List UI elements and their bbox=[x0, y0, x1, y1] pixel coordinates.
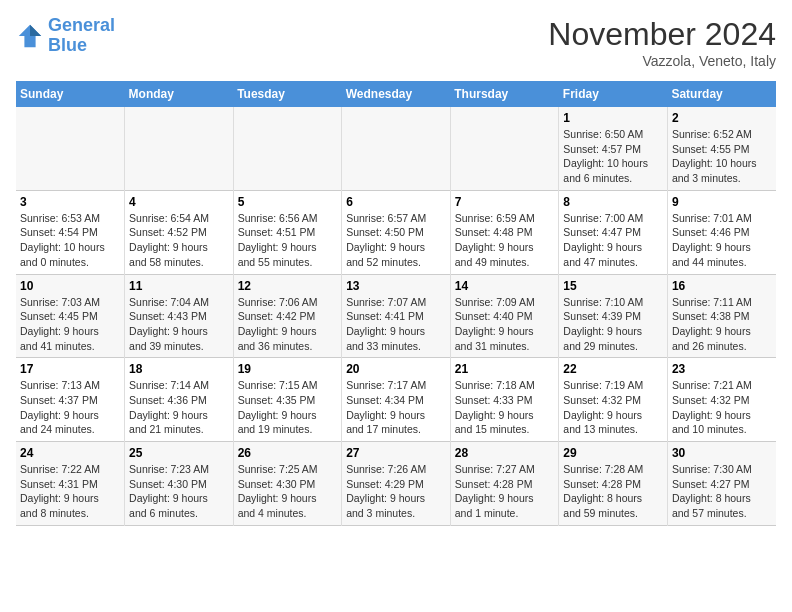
day-info: Sunrise: 7:15 AM Sunset: 4:35 PM Dayligh… bbox=[238, 378, 338, 437]
day-info: Sunrise: 7:22 AM Sunset: 4:31 PM Dayligh… bbox=[20, 462, 120, 521]
calendar-cell: 15Sunrise: 7:10 AM Sunset: 4:39 PM Dayli… bbox=[559, 274, 668, 358]
day-number: 20 bbox=[346, 362, 446, 376]
day-info: Sunrise: 7:04 AM Sunset: 4:43 PM Dayligh… bbox=[129, 295, 229, 354]
calendar-cell: 27Sunrise: 7:26 AM Sunset: 4:29 PM Dayli… bbox=[342, 442, 451, 526]
day-number: 25 bbox=[129, 446, 229, 460]
weekday-header-saturday: Saturday bbox=[667, 81, 776, 107]
day-number: 18 bbox=[129, 362, 229, 376]
calendar-cell: 24Sunrise: 7:22 AM Sunset: 4:31 PM Dayli… bbox=[16, 442, 125, 526]
day-info: Sunrise: 6:54 AM Sunset: 4:52 PM Dayligh… bbox=[129, 211, 229, 270]
day-info: Sunrise: 7:11 AM Sunset: 4:38 PM Dayligh… bbox=[672, 295, 772, 354]
week-row-0: 1Sunrise: 6:50 AM Sunset: 4:57 PM Daylig… bbox=[16, 107, 776, 190]
day-number: 24 bbox=[20, 446, 120, 460]
calendar-cell bbox=[450, 107, 559, 190]
calendar-cell: 7Sunrise: 6:59 AM Sunset: 4:48 PM Daylig… bbox=[450, 190, 559, 274]
day-number: 10 bbox=[20, 279, 120, 293]
calendar-cell bbox=[16, 107, 125, 190]
day-number: 21 bbox=[455, 362, 555, 376]
week-row-2: 10Sunrise: 7:03 AM Sunset: 4:45 PM Dayli… bbox=[16, 274, 776, 358]
day-info: Sunrise: 6:57 AM Sunset: 4:50 PM Dayligh… bbox=[346, 211, 446, 270]
calendar-table: SundayMondayTuesdayWednesdayThursdayFrid… bbox=[16, 81, 776, 526]
day-number: 19 bbox=[238, 362, 338, 376]
day-number: 3 bbox=[20, 195, 120, 209]
day-info: Sunrise: 7:28 AM Sunset: 4:28 PM Dayligh… bbox=[563, 462, 663, 521]
day-info: Sunrise: 7:01 AM Sunset: 4:46 PM Dayligh… bbox=[672, 211, 772, 270]
calendar-cell: 29Sunrise: 7:28 AM Sunset: 4:28 PM Dayli… bbox=[559, 442, 668, 526]
calendar-cell: 26Sunrise: 7:25 AM Sunset: 4:30 PM Dayli… bbox=[233, 442, 342, 526]
logo: General Blue bbox=[16, 16, 115, 56]
day-info: Sunrise: 6:59 AM Sunset: 4:48 PM Dayligh… bbox=[455, 211, 555, 270]
calendar-cell: 3Sunrise: 6:53 AM Sunset: 4:54 PM Daylig… bbox=[16, 190, 125, 274]
calendar-cell: 13Sunrise: 7:07 AM Sunset: 4:41 PM Dayli… bbox=[342, 274, 451, 358]
day-number: 26 bbox=[238, 446, 338, 460]
week-row-4: 24Sunrise: 7:22 AM Sunset: 4:31 PM Dayli… bbox=[16, 442, 776, 526]
day-number: 4 bbox=[129, 195, 229, 209]
day-info: Sunrise: 7:30 AM Sunset: 4:27 PM Dayligh… bbox=[672, 462, 772, 521]
logo-icon bbox=[16, 22, 44, 50]
day-number: 28 bbox=[455, 446, 555, 460]
calendar-cell: 17Sunrise: 7:13 AM Sunset: 4:37 PM Dayli… bbox=[16, 358, 125, 442]
day-info: Sunrise: 7:14 AM Sunset: 4:36 PM Dayligh… bbox=[129, 378, 229, 437]
calendar-cell: 23Sunrise: 7:21 AM Sunset: 4:32 PM Dayli… bbox=[667, 358, 776, 442]
day-number: 23 bbox=[672, 362, 772, 376]
day-info: Sunrise: 7:19 AM Sunset: 4:32 PM Dayligh… bbox=[563, 378, 663, 437]
day-number: 16 bbox=[672, 279, 772, 293]
day-info: Sunrise: 7:07 AM Sunset: 4:41 PM Dayligh… bbox=[346, 295, 446, 354]
day-info: Sunrise: 7:23 AM Sunset: 4:30 PM Dayligh… bbox=[129, 462, 229, 521]
day-info: Sunrise: 7:03 AM Sunset: 4:45 PM Dayligh… bbox=[20, 295, 120, 354]
day-info: Sunrise: 6:52 AM Sunset: 4:55 PM Dayligh… bbox=[672, 127, 772, 186]
day-number: 5 bbox=[238, 195, 338, 209]
day-number: 1 bbox=[563, 111, 663, 125]
day-info: Sunrise: 7:00 AM Sunset: 4:47 PM Dayligh… bbox=[563, 211, 663, 270]
weekday-header-monday: Monday bbox=[125, 81, 234, 107]
calendar-cell: 2Sunrise: 6:52 AM Sunset: 4:55 PM Daylig… bbox=[667, 107, 776, 190]
calendar-cell: 30Sunrise: 7:30 AM Sunset: 4:27 PM Dayli… bbox=[667, 442, 776, 526]
week-row-3: 17Sunrise: 7:13 AM Sunset: 4:37 PM Dayli… bbox=[16, 358, 776, 442]
calendar-cell: 19Sunrise: 7:15 AM Sunset: 4:35 PM Dayli… bbox=[233, 358, 342, 442]
day-number: 15 bbox=[563, 279, 663, 293]
day-info: Sunrise: 7:13 AM Sunset: 4:37 PM Dayligh… bbox=[20, 378, 120, 437]
calendar-cell: 6Sunrise: 6:57 AM Sunset: 4:50 PM Daylig… bbox=[342, 190, 451, 274]
calendar-cell: 5Sunrise: 6:56 AM Sunset: 4:51 PM Daylig… bbox=[233, 190, 342, 274]
week-row-1: 3Sunrise: 6:53 AM Sunset: 4:54 PM Daylig… bbox=[16, 190, 776, 274]
day-info: Sunrise: 7:26 AM Sunset: 4:29 PM Dayligh… bbox=[346, 462, 446, 521]
day-info: Sunrise: 7:06 AM Sunset: 4:42 PM Dayligh… bbox=[238, 295, 338, 354]
day-number: 6 bbox=[346, 195, 446, 209]
calendar-cell: 12Sunrise: 7:06 AM Sunset: 4:42 PM Dayli… bbox=[233, 274, 342, 358]
day-number: 11 bbox=[129, 279, 229, 293]
calendar-cell: 28Sunrise: 7:27 AM Sunset: 4:28 PM Dayli… bbox=[450, 442, 559, 526]
day-info: Sunrise: 7:21 AM Sunset: 4:32 PM Dayligh… bbox=[672, 378, 772, 437]
day-number: 9 bbox=[672, 195, 772, 209]
day-number: 27 bbox=[346, 446, 446, 460]
svg-marker-1 bbox=[30, 25, 41, 36]
weekday-header-thursday: Thursday bbox=[450, 81, 559, 107]
calendar-cell: 21Sunrise: 7:18 AM Sunset: 4:33 PM Dayli… bbox=[450, 358, 559, 442]
weekday-header-friday: Friday bbox=[559, 81, 668, 107]
calendar-cell: 8Sunrise: 7:00 AM Sunset: 4:47 PM Daylig… bbox=[559, 190, 668, 274]
calendar-cell bbox=[125, 107, 234, 190]
calendar-cell: 1Sunrise: 6:50 AM Sunset: 4:57 PM Daylig… bbox=[559, 107, 668, 190]
calendar-cell: 20Sunrise: 7:17 AM Sunset: 4:34 PM Dayli… bbox=[342, 358, 451, 442]
page-header: General Blue November 2024 Vazzola, Vene… bbox=[16, 16, 776, 69]
calendar-cell: 18Sunrise: 7:14 AM Sunset: 4:36 PM Dayli… bbox=[125, 358, 234, 442]
day-number: 8 bbox=[563, 195, 663, 209]
weekday-header-row: SundayMondayTuesdayWednesdayThursdayFrid… bbox=[16, 81, 776, 107]
day-info: Sunrise: 7:18 AM Sunset: 4:33 PM Dayligh… bbox=[455, 378, 555, 437]
day-number: 13 bbox=[346, 279, 446, 293]
calendar-cell: 25Sunrise: 7:23 AM Sunset: 4:30 PM Dayli… bbox=[125, 442, 234, 526]
month-title: November 2024 bbox=[548, 16, 776, 53]
calendar-cell: 9Sunrise: 7:01 AM Sunset: 4:46 PM Daylig… bbox=[667, 190, 776, 274]
day-number: 30 bbox=[672, 446, 772, 460]
day-info: Sunrise: 6:56 AM Sunset: 4:51 PM Dayligh… bbox=[238, 211, 338, 270]
day-info: Sunrise: 7:25 AM Sunset: 4:30 PM Dayligh… bbox=[238, 462, 338, 521]
weekday-header-sunday: Sunday bbox=[16, 81, 125, 107]
calendar-cell: 10Sunrise: 7:03 AM Sunset: 4:45 PM Dayli… bbox=[16, 274, 125, 358]
day-number: 2 bbox=[672, 111, 772, 125]
day-info: Sunrise: 7:09 AM Sunset: 4:40 PM Dayligh… bbox=[455, 295, 555, 354]
day-info: Sunrise: 7:17 AM Sunset: 4:34 PM Dayligh… bbox=[346, 378, 446, 437]
day-number: 29 bbox=[563, 446, 663, 460]
title-block: November 2024 Vazzola, Veneto, Italy bbox=[548, 16, 776, 69]
day-number: 17 bbox=[20, 362, 120, 376]
day-info: Sunrise: 7:10 AM Sunset: 4:39 PM Dayligh… bbox=[563, 295, 663, 354]
weekday-header-tuesday: Tuesday bbox=[233, 81, 342, 107]
